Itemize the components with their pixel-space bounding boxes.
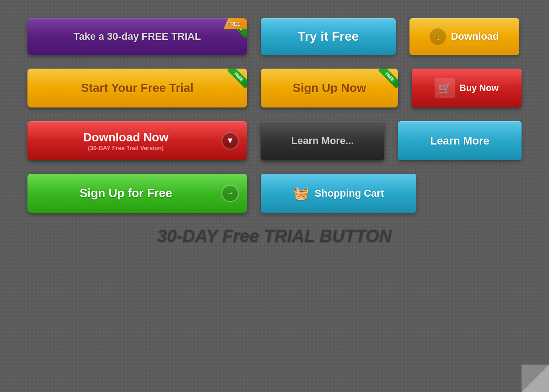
free-badge-orange-signup: FREE xyxy=(375,69,398,91)
free-badge-text-orange-trial: FREE xyxy=(227,69,247,88)
blue-try-button[interactable]: Try it Free xyxy=(261,18,396,55)
red-download-arrow-icon: ▼ xyxy=(221,132,239,150)
green-signup-label: Sign Up for Free xyxy=(80,186,172,200)
red-buy-button[interactable]: 🛒 Buy Now xyxy=(412,69,522,107)
red-download-main-label: Download Now xyxy=(83,130,168,145)
free-badge-text-purple: FREE xyxy=(227,18,247,38)
red-download-sub-label: (30-DAY Free Trail Version) xyxy=(88,145,163,151)
dark-learn-label: Learn More... xyxy=(291,135,354,147)
free-badge-text-orange-signup: FREE xyxy=(378,69,398,88)
green-signup-arrow-icon: → xyxy=(221,185,239,202)
purple-trial-button[interactable]: Take a 30-day FREE TRIAL FREE xyxy=(27,18,247,55)
red-buy-label: Buy Now xyxy=(459,83,499,93)
row-3: Download Now (30-DAY Free Trail Version)… xyxy=(27,121,522,160)
blue-cart-button[interactable]: 🧺 Shopping Cart xyxy=(261,174,416,213)
orange-trial-button[interactable]: Start Your Free Trial FREE xyxy=(27,69,247,107)
orange-download-button[interactable]: ↓ Download xyxy=(409,18,519,55)
orange-download-label: Download xyxy=(451,31,499,43)
download-arrow-icon: ↓ xyxy=(430,28,446,45)
blue-learn-label: Learn More xyxy=(430,134,489,147)
blue-try-label: Try it Free xyxy=(298,29,359,44)
page-container: Take a 30-day FREE TRIAL FREE Try it Fre… xyxy=(0,0,549,392)
free-badge-purple: FREE xyxy=(224,18,247,41)
free-badge-orange-trial: FREE xyxy=(224,69,247,91)
orange-trial-label: Start Your Free Trial xyxy=(81,81,194,95)
row-1: Take a 30-day FREE TRIAL FREE Try it Fre… xyxy=(27,18,522,55)
orange-signup-button[interactable]: Sign Up Now FREE xyxy=(261,69,398,107)
cart-icon: 🛒 xyxy=(435,78,455,98)
page-curl-decoration xyxy=(522,365,549,392)
row-2: Start Your Free Trial FREE Sign Up Now F… xyxy=(27,69,522,107)
green-signup-button[interactable]: Sign Up for Free → xyxy=(27,174,247,213)
blue-learn-button[interactable]: Learn More xyxy=(398,121,522,160)
orange-signup-label: Sign Up Now xyxy=(293,81,366,95)
page-title: 30-DAY Free TRIAL BUTTON xyxy=(27,226,522,246)
red-download-button[interactable]: Download Now (30-DAY Free Trail Version)… xyxy=(27,121,247,160)
basket-icon: 🧺 xyxy=(293,186,309,201)
purple-trial-label: Take a 30-day FREE TRIAL xyxy=(74,31,201,43)
dark-learn-button[interactable]: Learn More... xyxy=(261,121,384,160)
row-4: Sign Up for Free → 🧺 Shopping Cart xyxy=(27,174,522,213)
blue-cart-label: Shopping Cart xyxy=(315,188,384,199)
